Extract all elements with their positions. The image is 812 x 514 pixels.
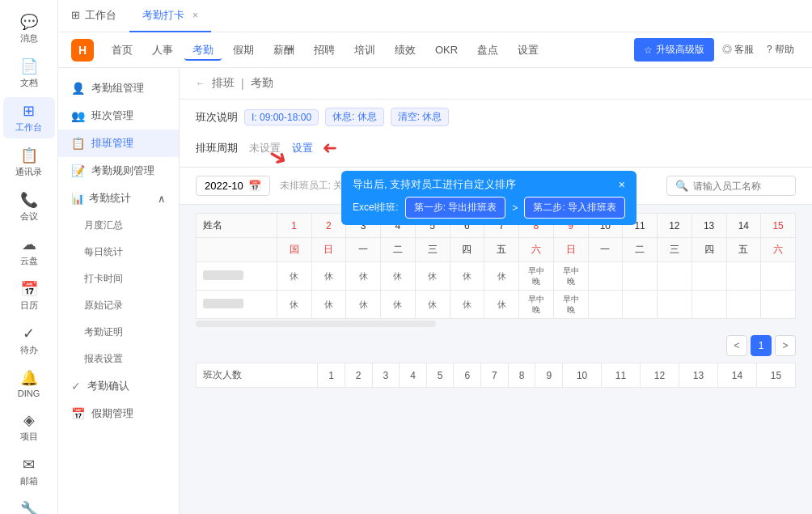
- stats-d13: 13: [679, 363, 718, 388]
- nav-perf[interactable]: 绩效: [387, 40, 424, 61]
- punchtime-label: 打卡时间: [84, 272, 123, 286]
- rest-tag: 休息: 休息: [325, 108, 384, 126]
- sidebar-item-workspace[interactable]: ⊞ 工作台: [3, 97, 55, 138]
- tab-workspace[interactable]: ⊞ 工作台: [58, 0, 129, 32]
- sub-item-shift-mgmt[interactable]: 👥 班次管理: [58, 102, 179, 130]
- schedule-mgmt-icon: 📋: [71, 137, 85, 150]
- wd-6: 四: [450, 238, 484, 262]
- sub-item-schedule-mgmt[interactable]: 📋 排班管理: [58, 130, 179, 157]
- confirm-icon: ✓: [71, 380, 81, 393]
- sub-item-report[interactable]: 报表设置: [58, 346, 179, 372]
- nav-home[interactable]: 首页: [104, 40, 141, 61]
- sub-item-monthly[interactable]: 月度汇总: [58, 212, 179, 239]
- date-picker[interactable]: 2022-10 📅: [196, 176, 270, 196]
- sub-item-stats[interactable]: 📊 考勤统计 ∧: [58, 185, 179, 212]
- contacts-icon: 📋: [20, 147, 38, 164]
- sub-item-group-mgmt[interactable]: 👤 考勤组管理: [58, 74, 179, 102]
- row2-name: [197, 291, 277, 319]
- sub-item-confirm[interactable]: ✓ 考勤确认: [58, 372, 179, 400]
- nav-inventory[interactable]: 盘点: [469, 40, 506, 61]
- stats-d1: 1: [318, 363, 345, 388]
- stats-row: 班次人数 1 2 3 4 5 6 7 8 9 10 11 12: [180, 363, 812, 388]
- cell-multi-2: 早中晚: [556, 265, 586, 287]
- schedule-mgmt-label: 排班管理: [91, 136, 133, 151]
- back-arrow[interactable]: ←: [196, 78, 205, 89]
- stats-d6: 6: [454, 363, 481, 388]
- monthly-label: 月度汇总: [84, 219, 123, 232]
- sub-item-daily[interactable]: 每日统计: [58, 239, 179, 265]
- name-blur-2: [203, 299, 243, 308]
- table-header-weekdays: 国 日 一 二 三 四 五 六 日 一 二 三: [197, 238, 796, 262]
- row1-name: [197, 262, 277, 291]
- sub-sidebar: 👤 考勤组管理 👥 班次管理 📋 排班管理 📝 考勤规则管理 📊 考勤统计: [58, 68, 180, 514]
- project-icon: ◈: [23, 411, 35, 429]
- import-step2-button[interactable]: 第二步: 导入排班表: [524, 197, 625, 219]
- nav-attendance[interactable]: 考勤: [184, 40, 222, 61]
- sidebar-item-cloud[interactable]: ☁ 云盘: [3, 231, 55, 272]
- tab-close-icon[interactable]: ×: [192, 10, 198, 21]
- stats-d15: 15: [756, 363, 795, 388]
- period-link[interactable]: 设置: [292, 141, 313, 155]
- stats-icon: 📊: [71, 193, 84, 205]
- sidebar-item-project[interactable]: ◈ 项目: [3, 406, 55, 448]
- stats-table-row: 班次人数 1 2 3 4 5 6 7 8 9 10 11 12: [197, 363, 796, 388]
- sidebar-item-dingda[interactable]: 🔧 钉钉搭: [3, 495, 55, 514]
- pagination-row: < 1 >: [180, 329, 812, 363]
- content-area: 👤 考勤组管理 👥 班次管理 📋 排班管理 📝 考勤规则管理 📊 考勤统计: [58, 68, 812, 514]
- export-step1-button[interactable]: 第一步: 导出排班表: [405, 197, 506, 219]
- sidebar-item-todo[interactable]: ✓ 待办: [3, 320, 55, 361]
- nav-recruit[interactable]: 招聘: [306, 40, 343, 61]
- sidebar-item-ding[interactable]: 🔔 DING: [3, 364, 55, 403]
- col-1: 1: [277, 214, 311, 238]
- sub-item-rules-mgmt[interactable]: 📝 考勤规则管理: [58, 157, 179, 185]
- wd-2: 日: [311, 238, 346, 262]
- sidebar-item-email[interactable]: ✉ 邮箱: [3, 451, 55, 492]
- nav-okr[interactable]: OKR: [427, 40, 466, 59]
- messages-icon: 💬: [20, 13, 38, 31]
- stats-collapse-icon: ∧: [158, 193, 166, 205]
- horizontal-scrollbar[interactable]: [196, 321, 436, 327]
- nav-hr[interactable]: 人事: [144, 40, 181, 61]
- stats-d14: 14: [717, 363, 756, 388]
- service-button[interactable]: ◎ 客服: [717, 43, 759, 57]
- table-row: 休 休 休 休 休 休 休 早中晚 早中晚: [197, 262, 796, 291]
- sidebar-item-messages[interactable]: 💬 消息: [3, 8, 55, 49]
- wd-1: 国: [277, 238, 311, 262]
- tab-bar: ⊞ 工作台 考勤打卡 ×: [58, 0, 812, 32]
- sub-item-cert[interactable]: 考勤证明: [58, 319, 179, 346]
- sub-item-leave-mgmt[interactable]: 📅 假期管理: [58, 400, 179, 427]
- stats-d11: 11: [602, 363, 641, 388]
- daily-label: 每日统计: [84, 245, 123, 259]
- class-label: 班次说明: [196, 110, 238, 125]
- nav-settings[interactable]: 设置: [510, 40, 547, 61]
- wd-5: 三: [415, 238, 450, 262]
- sidebar-label-ding: DING: [18, 389, 40, 398]
- nav-leave[interactable]: 假期: [225, 40, 262, 61]
- sub-item-rawlog[interactable]: 原始记录: [58, 292, 179, 319]
- tooltip-close-button[interactable]: ×: [619, 178, 625, 191]
- help-button[interactable]: ? 帮助: [762, 43, 799, 57]
- export-tooltip: 导出后, 支持对员工进行自定义排序 × Excel排班: 第一步: 导出排班表 …: [341, 171, 636, 225]
- breadcrumb-schedule: 排班: [212, 76, 235, 91]
- upgrade-button[interactable]: ☆ 升级高级版: [634, 38, 714, 62]
- nav-salary[interactable]: 薪酬: [265, 40, 302, 61]
- wd-4: 二: [381, 238, 416, 262]
- current-page-button[interactable]: 1: [751, 335, 772, 356]
- tab-attendance[interactable]: 考勤打卡 ×: [129, 0, 211, 32]
- nav-train[interactable]: 培训: [346, 40, 383, 61]
- sub-item-punchtime[interactable]: 打卡时间: [58, 265, 179, 292]
- top-nav: H 首页 人事 考勤 假期 薪酬 招聘 培训 绩效 OKR 盘点 设置 ☆ 升级…: [58, 32, 812, 68]
- col-name: 姓名: [197, 214, 277, 238]
- sidebar-item-docs[interactable]: 📄 文档: [3, 53, 55, 94]
- sidebar-item-meeting[interactable]: 📞 会议: [3, 186, 55, 227]
- sidebar-item-contacts[interactable]: 📋 通讯录: [3, 142, 55, 183]
- dingda-icon: 🔧: [20, 500, 38, 514]
- name-blur-1: [203, 270, 243, 280]
- sidebar-label-project: 项目: [20, 431, 38, 443]
- search-input[interactable]: [693, 181, 790, 192]
- prev-page-button[interactable]: <: [726, 335, 747, 356]
- excel-label: Excel排班:: [353, 201, 399, 215]
- sidebar-item-calendar[interactable]: 📅 日历: [3, 275, 55, 316]
- cell-multi-3: 早中晚: [521, 294, 552, 315]
- next-page-button[interactable]: >: [775, 335, 796, 356]
